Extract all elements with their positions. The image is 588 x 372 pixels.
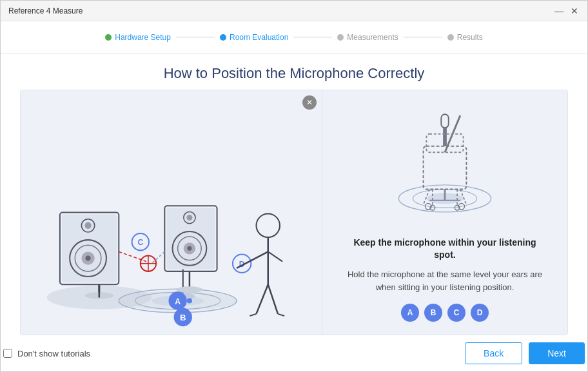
minimize-button[interactable]: — [554, 6, 564, 16]
step-dot-results [447, 34, 454, 41]
right-bold-text: Keep the microphone within your listenin… [342, 237, 548, 262]
content-area: How to Position the Microphone Correctly… [1, 54, 587, 335]
svg-line-45 [250, 314, 256, 316]
back-button[interactable]: Back [465, 342, 522, 364]
wizard-steps: Hardware Setup Room Evaluation Measureme… [1, 21, 587, 54]
svg-point-31 [187, 246, 191, 251]
footer-buttons: Back Next [465, 342, 585, 364]
svg-text:B: B [180, 313, 186, 322]
close-x-button[interactable]: ✕ [302, 95, 317, 110]
badge-b: B [424, 304, 442, 322]
step-results: Results [447, 33, 483, 42]
step-dot-hardware [105, 34, 112, 41]
svg-point-33 [186, 215, 192, 220]
close-button[interactable]: ✕ [569, 6, 580, 16]
step-measurements: Measurements [337, 33, 398, 42]
svg-line-44 [268, 284, 278, 314]
illustration-row: ✕ [20, 90, 568, 335]
badge-c: C [447, 304, 466, 322]
step-dot-room [220, 34, 226, 41]
step-label-room: Room Evaluation [230, 33, 288, 42]
dont-show-text: Don't show tutorials [17, 349, 90, 358]
badge-d: D [471, 304, 489, 322]
svg-line-42 [268, 251, 282, 261]
step-label-hardware: Hardware Setup [115, 33, 171, 42]
svg-text:C: C [137, 238, 143, 247]
svg-line-43 [256, 284, 268, 314]
svg-point-14 [84, 222, 91, 229]
svg-point-39 [256, 214, 280, 238]
footer: Don't show tutorials Back Next [1, 335, 587, 371]
right-panel: Keep the microphone within your listenin… [322, 90, 567, 335]
page-title: How to Position the Microphone Correctly [20, 54, 568, 90]
step-label-results: Results [457, 33, 483, 42]
step-dot-measurements [337, 34, 344, 41]
next-button[interactable]: Next [529, 342, 585, 364]
svg-point-12 [86, 256, 91, 261]
right-normal-text: Hold the microphone at the same level yo… [342, 268, 548, 293]
window-controls: — ✕ [554, 6, 580, 16]
step-room-evaluation: Room Evaluation [220, 33, 288, 42]
svg-point-35 [177, 286, 203, 293]
svg-line-16 [119, 251, 146, 261]
dont-show-checkbox[interactable] [3, 349, 12, 358]
svg-rect-55 [443, 128, 447, 146]
letter-badges-row: A B C D [401, 304, 489, 322]
step-line-2 [293, 37, 332, 37]
dont-show-tutorials-label[interactable]: Don't show tutorials [3, 349, 90, 358]
main-window: Reference 4 Measure — ✕ Hardware Setup R… [0, 0, 588, 372]
right-illustration-svg [380, 103, 509, 226]
window-title: Reference 4 Measure [8, 6, 83, 15]
left-illustration-svg: B C [21, 90, 322, 335]
badge-a: A [401, 304, 419, 322]
step-label-measurements: Measurements [347, 33, 398, 42]
title-bar: Reference 4 Measure — ✕ [1, 1, 587, 21]
svg-line-46 [278, 314, 284, 316]
step-line-1 [176, 37, 215, 37]
svg-text:A: A [175, 297, 181, 306]
svg-point-49 [187, 298, 192, 303]
step-hardware-setup: Hardware Setup [105, 33, 171, 42]
svg-rect-54 [441, 114, 448, 128]
step-line-3 [404, 37, 442, 37]
left-illustration-panel: ✕ [21, 90, 322, 335]
